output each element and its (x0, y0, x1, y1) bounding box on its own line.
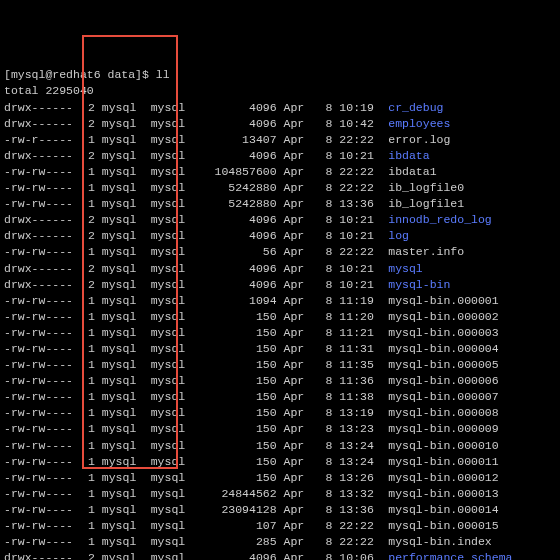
day: 8 (318, 212, 332, 228)
month: Apr (284, 261, 312, 277)
listing-row: -rw-rw---- 1 mysql mysql 107 Apr 8 22:22… (4, 518, 556, 534)
group: mysql (151, 228, 193, 244)
group: mysql (151, 421, 193, 437)
size: 150 (200, 421, 277, 437)
group: mysql (151, 261, 193, 277)
group: mysql (151, 132, 193, 148)
link-count: 2 (88, 261, 95, 277)
day: 8 (318, 277, 332, 293)
owner: mysql (102, 534, 144, 550)
month: Apr (284, 405, 312, 421)
permissions: -rw-rw---- (4, 389, 81, 405)
listing-row: -rw-rw---- 1 mysql mysql 5242880 Apr 8 2… (4, 180, 556, 196)
file-name: mysql-bin.000007 (388, 390, 498, 403)
owner: mysql (102, 196, 144, 212)
link-count: 1 (88, 293, 95, 309)
directory-name: ibdata (388, 149, 429, 162)
prompt-line: [mysql@redhat6 data]$ ll (4, 67, 556, 83)
link-count: 1 (88, 389, 95, 405)
size: 150 (200, 454, 277, 470)
day: 8 (318, 502, 332, 518)
size: 4096 (200, 550, 277, 560)
day: 8 (318, 100, 332, 116)
owner: mysql (102, 293, 144, 309)
time: 11:31 (339, 341, 381, 357)
link-count: 1 (88, 518, 95, 534)
group: mysql (151, 212, 193, 228)
permissions: -rw-rw---- (4, 196, 81, 212)
month: Apr (284, 180, 312, 196)
month: Apr (284, 244, 312, 260)
group: mysql (151, 164, 193, 180)
day: 8 (318, 325, 332, 341)
owner: mysql (102, 357, 144, 373)
size: 4096 (200, 212, 277, 228)
size: 150 (200, 405, 277, 421)
time: 10:21 (339, 261, 381, 277)
size: 150 (200, 357, 277, 373)
permissions: -rw-rw---- (4, 309, 81, 325)
owner: mysql (102, 116, 144, 132)
time: 11:36 (339, 373, 381, 389)
file-name: ib_logfile1 (388, 197, 464, 210)
listing-row: -rw-rw---- 1 mysql mysql 1094 Apr 8 11:1… (4, 293, 556, 309)
month: Apr (284, 486, 312, 502)
total-line: total 2295040 (4, 83, 556, 99)
group: mysql (151, 341, 193, 357)
link-count: 2 (88, 100, 95, 116)
listing-row: drwx------ 2 mysql mysql 4096 Apr 8 10:2… (4, 261, 556, 277)
group: mysql (151, 180, 193, 196)
owner: mysql (102, 502, 144, 518)
month: Apr (284, 293, 312, 309)
size: 150 (200, 325, 277, 341)
month: Apr (284, 116, 312, 132)
link-count: 1 (88, 421, 95, 437)
time: 22:22 (339, 180, 381, 196)
permissions: -rw-rw---- (4, 438, 81, 454)
month: Apr (284, 325, 312, 341)
time: 22:22 (339, 518, 381, 534)
month: Apr (284, 341, 312, 357)
listing-row: drwx------ 2 mysql mysql 4096 Apr 8 10:2… (4, 148, 556, 164)
day: 8 (318, 405, 332, 421)
permissions: -rw-rw---- (4, 405, 81, 421)
size: 13407 (200, 132, 277, 148)
time: 22:22 (339, 164, 381, 180)
link-count: 2 (88, 116, 95, 132)
permissions: -rw-r----- (4, 132, 81, 148)
size: 150 (200, 470, 277, 486)
link-count: 1 (88, 309, 95, 325)
listing-row: -rw-rw---- 1 mysql mysql 150 Apr 8 11:38… (4, 389, 556, 405)
size: 104857600 (200, 164, 277, 180)
time: 11:21 (339, 325, 381, 341)
month: Apr (284, 228, 312, 244)
month: Apr (284, 309, 312, 325)
link-count: 1 (88, 196, 95, 212)
listing-row: drwx------ 2 mysql mysql 4096 Apr 8 10:2… (4, 228, 556, 244)
owner: mysql (102, 470, 144, 486)
group: mysql (151, 293, 193, 309)
group: mysql (151, 196, 193, 212)
group: mysql (151, 277, 193, 293)
permissions: -rw-rw---- (4, 486, 81, 502)
owner: mysql (102, 244, 144, 260)
terminal-output[interactable]: [mysql@redhat6 data]$ lltotal 2295040drw… (4, 67, 556, 560)
month: Apr (284, 373, 312, 389)
group: mysql (151, 100, 193, 116)
month: Apr (284, 550, 312, 560)
time: 10:21 (339, 277, 381, 293)
permissions: -rw-rw---- (4, 454, 81, 470)
month: Apr (284, 196, 312, 212)
day: 8 (318, 534, 332, 550)
time: 13:36 (339, 196, 381, 212)
listing-row: -rw-rw---- 1 mysql mysql 150 Apr 8 11:36… (4, 373, 556, 389)
link-count: 1 (88, 325, 95, 341)
owner: mysql (102, 132, 144, 148)
file-name: mysql-bin.000012 (388, 471, 498, 484)
month: Apr (284, 502, 312, 518)
day: 8 (318, 261, 332, 277)
directory-name: innodb_redo_log (388, 213, 492, 226)
day: 8 (318, 454, 332, 470)
size: 4096 (200, 148, 277, 164)
group: mysql (151, 438, 193, 454)
